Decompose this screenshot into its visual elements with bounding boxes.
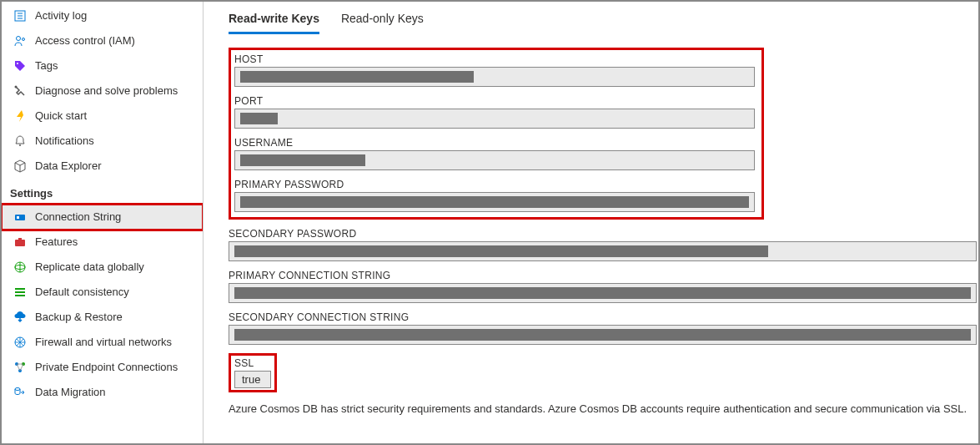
ssl-value[interactable]: true [234,371,271,388]
sidebar-item-quickstart[interactable]: Quick start [2,104,203,129]
svg-point-23 [15,388,20,391]
quickstart-icon [13,109,27,123]
tab-read-write-keys[interactable]: Read-write Keys [229,12,319,34]
replicate-icon [13,260,27,274]
svg-rect-11 [15,240,25,246]
tab-read-only-keys[interactable]: Read-only Keys [341,12,424,34]
svg-point-7 [15,86,18,88]
sidebar-item-diagnose[interactable]: Diagnose and solve problems [2,78,203,104]
backup-icon [13,311,27,324]
secondary-password-label: SECONDARY PASSWORD [229,228,977,240]
tag-icon [13,59,27,73]
ssl-highlight-box: SSL true [229,353,277,392]
host-input[interactable] [234,67,755,87]
primary-connstr-label: PRIMARY CONNECTION STRING [229,270,977,281]
sidebar-item-features[interactable]: Features [2,230,203,255]
sidebar-item-activity-log[interactable]: Activity log [2,3,203,28]
sidebar-item-data-explorer[interactable]: Data Explorer [2,154,203,179]
sidebar: Activity log Access control (IAM) Tags D… [2,2,204,443]
sidebar-section-settings: Settings [2,179,203,205]
svg-point-6 [17,63,18,64]
sidebar-item-label: Data Migration [35,385,106,400]
sidebar-item-private-endpoint[interactable]: Private Endpoint Connections [2,355,203,380]
port-input[interactable] [234,109,755,129]
svg-point-5 [23,38,25,41]
username-label: USERNAME [234,137,755,149]
primary-password-label: PRIMARY PASSWORD [234,179,755,190]
sidebar-item-tags[interactable]: Tags [2,53,203,78]
firewall-icon [13,336,27,349]
primary-connstr-input[interactable] [229,283,977,303]
sidebar-item-label: Access control (IAM) [35,33,135,48]
sidebar-item-consistency[interactable]: Default consistency [2,280,203,305]
sidebar-item-label: Activity log [35,8,87,23]
sidebar-item-access-control[interactable]: Access control (IAM) [2,28,203,53]
consistency-icon [13,286,27,299]
host-label: HOST [234,53,755,65]
activity-log-icon [13,9,27,23]
sidebar-item-label: Private Endpoint Connections [35,360,178,375]
svg-rect-9 [15,215,25,220]
secondary-connstr-input[interactable] [229,325,977,345]
sidebar-item-label: Data Explorer [35,159,101,174]
port-label: PORT [234,95,755,107]
sidebar-item-label: Notifications [35,134,94,149]
diagnose-icon [13,84,27,98]
sidebar-item-label: Replicate data globally [35,260,144,275]
tabs: Read-write Keys Read-only Keys [229,12,978,34]
secondary-password-input[interactable] [229,241,977,261]
data-explorer-icon [13,159,27,173]
access-control-icon [13,34,27,48]
username-input[interactable] [234,150,755,170]
ssl-label: SSL [234,357,271,369]
notifications-icon [13,134,27,148]
features-icon [13,235,27,249]
secondary-connstr-label: SECONDARY CONNECTION STRING [229,311,977,323]
sidebar-item-label: Tags [35,58,58,73]
data-migration-icon [13,386,27,399]
connection-string-icon [13,210,27,224]
svg-point-8 [19,144,21,146]
svg-rect-12 [18,238,22,240]
footer-text: Azure Cosmos DB has strict security requ… [229,402,978,415]
sidebar-item-label: Features [35,235,78,250]
primary-password-input[interactable] [234,192,755,212]
sidebar-item-label: Diagnose and solve problems [35,83,178,99]
sidebar-item-connection-string[interactable]: Connection String [2,205,203,230]
sidebar-item-label: Connection String [35,210,121,225]
sidebar-item-label: Firewall and virtual networks [35,335,172,350]
sidebar-item-notifications[interactable]: Notifications [2,129,203,154]
main-content: Read-write Keys Read-only Keys HOST PORT… [204,2,978,443]
sidebar-item-label: Backup & Restore [35,310,123,325]
svg-rect-10 [17,216,19,219]
sidebar-item-backup[interactable]: Backup & Restore [2,305,203,330]
highlighted-fields-box: HOST PORT USERNAME PRIMARY PASSWORD [229,48,764,220]
private-endpoint-icon [13,361,27,374]
sidebar-item-label: Default consistency [35,285,129,300]
sidebar-item-replicate[interactable]: Replicate data globally [2,255,203,280]
sidebar-item-data-migration[interactable]: Data Migration [2,380,203,405]
svg-point-4 [17,37,21,41]
sidebar-item-label: Quick start [35,109,87,124]
sidebar-item-firewall[interactable]: Firewall and virtual networks [2,330,203,355]
